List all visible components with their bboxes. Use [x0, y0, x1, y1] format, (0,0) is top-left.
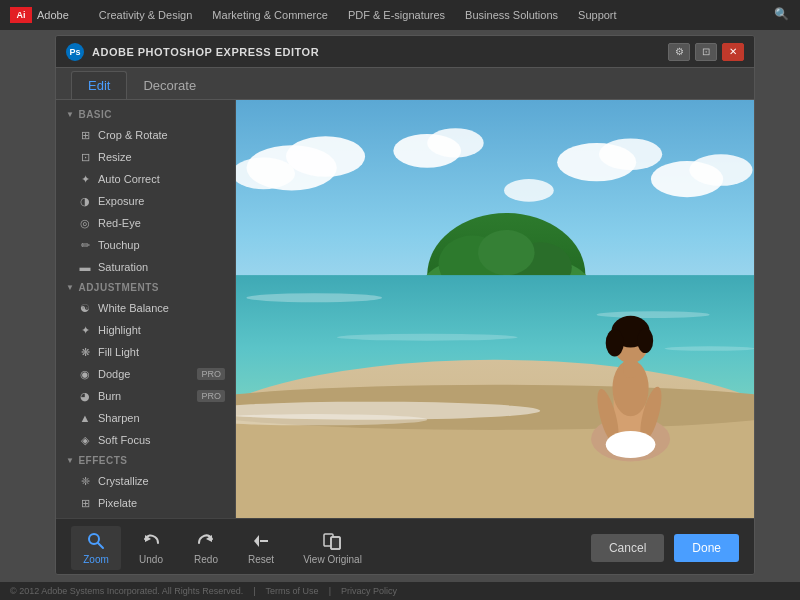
sidebar-item-label: Highlight [98, 324, 141, 336]
sidebar-item-touchup[interactable]: ✏ Touchup [56, 234, 235, 256]
svg-point-15 [478, 230, 534, 275]
svg-point-7 [599, 138, 662, 170]
svg-point-17 [246, 293, 382, 302]
svg-point-20 [664, 346, 754, 351]
crop-rotate-icon: ⊞ [78, 128, 92, 142]
burn-badge: PRO [197, 390, 225, 402]
search-icon[interactable]: 🔍 [774, 7, 790, 23]
zoom-icon [86, 531, 106, 551]
effects-arrow-icon: ▼ [66, 456, 74, 465]
sidebar-item-exposure[interactable]: ◑ Exposure [56, 190, 235, 212]
cancel-button[interactable]: Cancel [591, 534, 664, 562]
sidebar-item-label: Saturation [98, 261, 148, 273]
sidebar-item-pop-color[interactable]: ◉ Pop Color [56, 514, 235, 518]
sidebar-item-label: White Balance [98, 302, 169, 314]
svg-marker-41 [254, 535, 259, 547]
sidebar-item-sharpen[interactable]: ▲ Sharpen [56, 407, 235, 429]
image-area [236, 100, 754, 518]
nav-business[interactable]: Business Solutions [465, 9, 558, 21]
window-settings-btn[interactable]: ⚙ [668, 43, 690, 61]
tab-decorate[interactable]: Decorate [127, 72, 212, 99]
adobe-logo: Ai Adobe [10, 7, 69, 23]
sidebar-item-label: Crystallize [98, 475, 149, 487]
window-close-btn[interactable]: ✕ [722, 43, 744, 61]
sidebar-item-label: Crop & Rotate [98, 129, 168, 141]
basic-arrow-icon: ▼ [66, 110, 74, 119]
fill-light-icon: ❋ [78, 345, 92, 359]
sidebar-item-fill-light[interactable]: ❋ Fill Light [56, 341, 235, 363]
sidebar-item-auto-correct[interactable]: ✦ Auto Correct [56, 168, 235, 190]
burn-icon: ◕ [78, 389, 92, 403]
view-original-icon [322, 531, 342, 551]
pixelate-icon: ⊞ [78, 496, 92, 510]
footer-terms[interactable]: Terms of Use [266, 586, 319, 596]
white-balance-icon: ☯ [78, 301, 92, 315]
zoom-tool-btn[interactable]: Zoom [71, 526, 121, 570]
redo-icon [196, 531, 216, 551]
footer-separator2: | [329, 586, 331, 596]
sidebar-item-label: Soft Focus [98, 434, 151, 446]
reset-icon [251, 531, 271, 551]
reset-tool-btn[interactable]: Reset [236, 526, 286, 570]
sidebar-item-highlight[interactable]: ✦ Highlight [56, 319, 235, 341]
sidebar-item-soft-focus[interactable]: ◈ Soft Focus [56, 429, 235, 451]
saturation-icon: ▬ [78, 260, 92, 274]
section-effects-label: EFFECTS [78, 455, 127, 466]
resize-icon: ⊡ [78, 150, 92, 164]
image-container[interactable] [236, 100, 754, 518]
svg-point-18 [597, 311, 710, 318]
window-title: ADOBE PHOTOSHOP EXPRESS EDITOR [92, 46, 319, 58]
window-view-btn[interactable]: ⊡ [695, 43, 717, 61]
svg-line-38 [98, 543, 103, 548]
footer: © 2012 Adobe Systems Incorporated. All R… [0, 582, 800, 600]
sidebar-item-burn[interactable]: ◕ Burn PRO [56, 385, 235, 407]
sidebar-item-label: Exposure [98, 195, 144, 207]
section-basic-header[interactable]: ▼ BASIC [56, 105, 235, 124]
svg-point-10 [504, 179, 554, 202]
exposure-icon: ◑ [78, 194, 92, 208]
svg-point-34 [606, 431, 656, 458]
sidebar-item-resize[interactable]: ⊡ Resize [56, 146, 235, 168]
section-adjustments-header[interactable]: ▼ ADJUSTMENTS [56, 278, 235, 297]
nav-pdf[interactable]: PDF & E-signatures [348, 9, 445, 21]
nav-support[interactable]: Support [578, 9, 617, 21]
undo-tool-btn[interactable]: Undo [126, 526, 176, 570]
sidebar-item-red-eye[interactable]: ◎ Red-Eye [56, 212, 235, 234]
bottom-toolbar: Zoom Undo Redo [56, 518, 754, 575]
nav-creativity[interactable]: Creativity & Design [99, 9, 193, 21]
adjustments-arrow-icon: ▼ [66, 283, 74, 292]
tab-bar: Edit Decorate [56, 68, 754, 100]
highlight-icon: ✦ [78, 323, 92, 337]
app-icon: Ps [66, 43, 84, 61]
sharpen-icon: ▲ [78, 411, 92, 425]
sidebar-item-label: Auto Correct [98, 173, 160, 185]
sidebar-item-dodge[interactable]: ◉ Dodge PRO [56, 363, 235, 385]
dodge-icon: ◉ [78, 367, 92, 381]
tab-edit[interactable]: Edit [71, 71, 127, 99]
app-icon-text: Ps [69, 47, 80, 57]
adobe-top-bar: Ai Adobe Creativity & Design Marketing &… [0, 0, 800, 30]
sidebar-item-white-balance[interactable]: ☯ White Balance [56, 297, 235, 319]
view-original-tool-btn[interactable]: View Original [291, 526, 374, 570]
svg-rect-44 [331, 537, 340, 549]
sidebar-item-saturation[interactable]: ▬ Saturation [56, 256, 235, 278]
done-button[interactable]: Done [674, 534, 739, 562]
svg-point-5 [427, 128, 483, 157]
main-window: Ps ADOBE PHOTOSHOP EXPRESS EDITOR ⚙ ⊡ ✕ … [55, 35, 755, 575]
svg-point-30 [606, 329, 624, 356]
beach-image [236, 100, 754, 518]
sidebar-item-crop-rotate[interactable]: ⊞ Crop & Rotate [56, 124, 235, 146]
sidebar-item-label: Red-Eye [98, 217, 141, 229]
section-effects-header[interactable]: ▼ EFFECTS [56, 451, 235, 470]
reset-label: Reset [248, 554, 274, 565]
dodge-badge: PRO [197, 368, 225, 380]
soft-focus-icon: ◈ [78, 433, 92, 447]
sidebar-item-crystallize[interactable]: ❈ Crystallize [56, 470, 235, 492]
footer-separator: | [253, 586, 255, 596]
nav-marketing[interactable]: Marketing & Commerce [212, 9, 328, 21]
red-eye-icon: ◎ [78, 216, 92, 230]
footer-privacy[interactable]: Privacy Policy [341, 586, 397, 596]
sidebar-item-pixelate[interactable]: ⊞ Pixelate [56, 492, 235, 514]
adobe-logo-text: Adobe [37, 9, 69, 21]
redo-tool-btn[interactable]: Redo [181, 526, 231, 570]
